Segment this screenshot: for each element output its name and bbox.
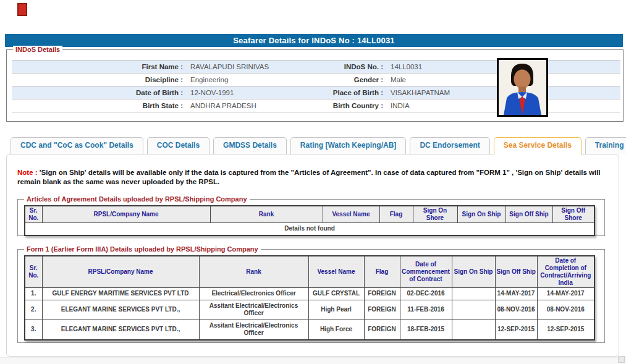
company-name: ELEGANT MARINE SERVICES PVT LTD., xyxy=(42,300,199,320)
sign-on-ship xyxy=(452,320,495,340)
articles-legend: Articles of Agreement Details uploaded b… xyxy=(24,195,250,203)
tab-training-details[interactable]: Training Details xyxy=(585,137,626,154)
gender-label: Gender : xyxy=(308,74,383,86)
commencement-date: 18-FEB-2015 xyxy=(400,320,452,340)
articles-fieldset: Articles of Agreement Details uploaded b… xyxy=(17,199,605,236)
form1-fieldset: Form 1 (Earlier Form IIIA) Details uploa… xyxy=(17,249,605,343)
broken-image-icon xyxy=(17,3,27,16)
col-company: RPSL/Company Name xyxy=(42,206,210,223)
col-rank: Rank xyxy=(199,256,308,288)
col-sign-off-ship: Sign Off Ship xyxy=(505,206,552,223)
sign-off-ship: 12-SEP-2015 xyxy=(495,320,537,340)
dob-value: 12-NOV-1991 xyxy=(183,87,308,99)
scrollbar-corner xyxy=(618,356,625,363)
rank: Assitant Electrical/Electronics Officer xyxy=(199,320,308,340)
articles-empty-row: Details not found xyxy=(25,223,594,236)
discipline-label: Discipline : xyxy=(12,74,183,86)
birth-state-label: Birth State : xyxy=(12,99,183,112)
table-row: 1. GULF ENERGY MARITIME SERVICES PVT LTD… xyxy=(25,288,594,300)
note-body: 'Sign on Ship' details will be available… xyxy=(17,169,601,185)
sr-no: 3. xyxy=(25,320,42,340)
col-sign-on-shore: Sign On Shore xyxy=(413,206,457,223)
sr-no: 2. xyxy=(25,300,42,320)
pob-label: Place of Birth : xyxy=(308,87,383,99)
commencement-date: 02-DEC-2016 xyxy=(400,288,452,300)
indos-no-label: INDoS No. : xyxy=(308,61,383,73)
discipline-value: Engineering xyxy=(183,74,308,86)
col-company: RPSL/Company Name xyxy=(42,256,199,288)
seafarer-photo xyxy=(497,58,548,117)
company-name: GULF ENERGY MARITIME SERVICES PVT LTD xyxy=(42,288,199,300)
table-row: 2. ELEGANT MARINE SERVICES PVT LTD., Ass… xyxy=(25,300,594,320)
sign-off-ship: 08-NOV-2016 xyxy=(495,300,537,320)
articles-table: Sr. No. RPSL/Company Name Rank Vessel Na… xyxy=(24,205,595,236)
articles-header-row: Sr. No. RPSL/Company Name Rank Vessel Na… xyxy=(25,206,594,223)
col-flag: Flag xyxy=(364,256,400,288)
note-text: Note : 'Sign on Ship' details will be av… xyxy=(17,168,612,187)
col-sr-no: Sr. No. xyxy=(25,206,42,223)
tab-bar: CDC and "CoC as Cook" Details COC Detail… xyxy=(11,137,626,154)
tab-content-panel: Note : 'Sign on Ship' details will be av… xyxy=(6,154,619,357)
vessel-name: GULF CRYSTAL xyxy=(308,288,364,300)
sr-no: 1. xyxy=(25,288,42,300)
col-sign-off-ship: Sign Off Ship xyxy=(495,256,537,288)
tab-cdc-coc-cook-details[interactable]: CDC and "CoC as Cook" Details xyxy=(11,137,143,154)
table-row: 3. ELEGANT MARINE SERVICES PVT LTD., Ass… xyxy=(25,320,594,340)
commencement-date: 11-FEB-2016 xyxy=(400,300,452,320)
col-vessel: Vessel Name xyxy=(323,206,379,223)
sign-on-ship xyxy=(452,288,495,300)
flag: FOREIGN xyxy=(364,288,400,300)
page-bottom-strip xyxy=(0,357,626,364)
indos-details-legend: INDoS Details xyxy=(13,46,62,54)
birth-state-value: ANDHRA PRADESH xyxy=(183,99,308,112)
tab-rating-watch-keeping[interactable]: Rating [Watch Keeping/AB] xyxy=(290,137,407,154)
indos-details-fieldset: INDoS Details First Name : RAVALAPUDI SR… xyxy=(6,49,624,122)
form1-table: Sr. No. RPSL/Company Name Rank Vessel Na… xyxy=(24,255,595,341)
note-prefix: Note : xyxy=(17,169,38,176)
rank: Electrical/Electronics Officer xyxy=(199,288,308,300)
vessel-name: High Pearl xyxy=(308,300,364,320)
col-sr-no: Sr. No. xyxy=(25,256,42,288)
tab-sea-service-details[interactable]: Sea Service Details xyxy=(494,137,582,154)
sign-off-ship: 14-MAY-2017 xyxy=(495,288,537,300)
col-sign-on-ship: Sign On Ship xyxy=(452,256,495,288)
rank: Assitant Electrical/Electronics Officer xyxy=(199,300,308,320)
col-flag: Flag xyxy=(379,206,413,223)
flag: FOREIGN xyxy=(364,320,400,340)
col-rank: Rank xyxy=(210,206,323,223)
flag: FOREIGN xyxy=(364,300,400,320)
completion-date: 12-SEP-2015 xyxy=(537,320,594,340)
page-title: Seafarer Details for INDoS No : 14LL0031 xyxy=(5,34,623,47)
company-name: ELEGANT MARINE SERVICES PVT LTD., xyxy=(42,320,199,340)
tab-coc-details[interactable]: COC Details xyxy=(147,137,209,154)
form1-legend: Form 1 (Earlier Form IIIA) Details uploa… xyxy=(24,245,261,253)
sign-on-ship xyxy=(452,300,495,320)
tab-gmdss-details[interactable]: GMDSS Details xyxy=(213,137,287,154)
col-vessel: Vessel Name xyxy=(308,256,364,288)
birth-country-label: Birth Country : xyxy=(308,99,383,112)
details-not-found-message: Details not found xyxy=(25,223,594,236)
portrait-graphic xyxy=(499,60,546,115)
completion-date: 08-NOV-2016 xyxy=(537,300,594,320)
first-name-label: First Name : xyxy=(12,61,183,73)
form1-header-row: Sr. No. RPSL/Company Name Rank Vessel Na… xyxy=(25,256,594,288)
col-sign-off-shore: Sign Off Shore xyxy=(552,206,594,223)
col-commencement: Date of Commencement of Contract xyxy=(400,256,452,288)
col-completion: Date of Completion of Contract/Arriving … xyxy=(537,256,594,288)
first-name-value: RAVALAPUDI SRINIVAS xyxy=(183,61,308,73)
vessel-name: High Force xyxy=(308,320,364,340)
col-sign-on-ship: Sign On Ship xyxy=(457,206,505,223)
dob-label: Date of Birth : xyxy=(12,87,183,99)
tab-dc-endorsement[interactable]: DC Endorsement xyxy=(410,137,489,154)
completion-date: 14-MAY-2017 xyxy=(537,288,594,300)
